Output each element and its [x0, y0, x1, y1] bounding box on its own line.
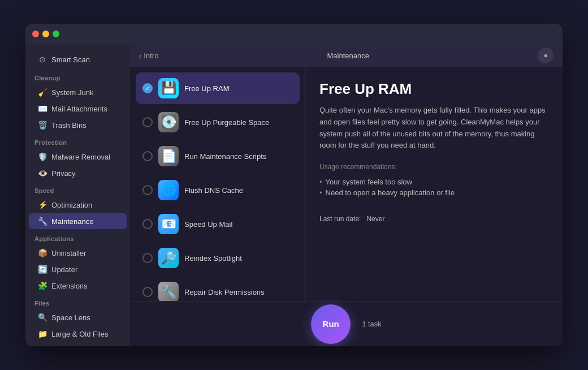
- last-run: Last run date: Never: [319, 215, 549, 223]
- usage-item-0: Your system feels too slow: [319, 177, 549, 187]
- task-icon-free-up-ram: 💾: [158, 78, 179, 98]
- usage-item-1: Need to open a heavy application or file: [319, 187, 549, 198]
- minimize-button[interactable]: [42, 31, 49, 37]
- shredder-icon: ✂️: [38, 346, 47, 346]
- sidebar-section-speed: Speed: [25, 182, 130, 196]
- back-chevron-icon: ‹: [139, 51, 141, 60]
- task-item-free-up-ram[interactable]: ✓💾Free Up RAM: [136, 72, 300, 104]
- sidebar-item-privacy[interactable]: 👁️Privacy: [29, 165, 127, 181]
- split-panel: ✓💾Free Up RAM💽Free Up Purgeable Space📄Ru…: [130, 67, 563, 301]
- privacy-label: Privacy: [51, 169, 76, 178]
- sidebar-section-cleanup: Cleanup: [25, 69, 130, 84]
- traffic-lights: [32, 31, 59, 37]
- task-icon-run-maintenance-scripts: 📄: [158, 146, 179, 166]
- task-checkbox-repair-disk-permissions[interactable]: [142, 287, 153, 297]
- task-label-flush-dns-cache: Flush DNS Cache: [184, 186, 243, 195]
- system-junk-icon: 🧹: [38, 88, 47, 97]
- mail-attachments-icon: ✉️: [38, 104, 47, 113]
- large-old-label: Large & Old Files: [51, 330, 108, 338]
- task-icon-repair-disk-permissions: 🔧: [158, 282, 179, 301]
- sidebar-item-space-lens[interactable]: 🔍Space Lens: [29, 309, 127, 325]
- sidebar-item-trash-bins[interactable]: 🗑️Trash Bins: [29, 117, 127, 133]
- extensions-icon: 🧩: [38, 281, 47, 290]
- maximize-button[interactable]: [53, 31, 59, 37]
- sidebar-item-extensions[interactable]: 🧩Extensions: [29, 278, 127, 294]
- task-label-free-up-purgeable: Free Up Purgeable Space: [184, 118, 269, 127]
- maintenance-label: Maintenance: [51, 217, 93, 226]
- main-layout: ⊙ Smart Scan Cleanup🧹System Junk✉️Mail A…: [25, 44, 563, 346]
- titlebar: [25, 24, 563, 44]
- task-label-run-maintenance-scripts: Run Maintenance Scripts: [184, 152, 266, 161]
- task-item-reindex-spotlight[interactable]: 🔎Reindex Spotlight: [136, 242, 300, 274]
- shredder-label: Shredder: [51, 346, 81, 347]
- task-item-repair-disk-permissions[interactable]: 🔧Repair Disk Permissions: [136, 276, 300, 301]
- sidebar-item-optimization[interactable]: ⚡Optimization: [29, 197, 127, 213]
- task-icon-reindex-spotlight: 🔎: [158, 248, 179, 268]
- trash-bins-label: Trash Bins: [51, 121, 87, 130]
- task-checkbox-run-maintenance-scripts[interactable]: [142, 151, 153, 161]
- task-item-free-up-purgeable[interactable]: 💽Free Up Purgeable Space: [136, 106, 300, 138]
- sidebar: ⊙ Smart Scan Cleanup🧹System Junk✉️Mail A…: [25, 44, 130, 346]
- sidebar-item-updater[interactable]: 🔄Updater: [29, 261, 127, 277]
- sidebar-item-uninstaller[interactable]: 📦Uninstaller: [29, 245, 127, 261]
- smart-scan-icon: ⊙: [38, 55, 47, 64]
- sidebar-item-system-junk[interactable]: 🧹System Junk: [29, 84, 127, 100]
- updater-label: Updater: [51, 265, 77, 274]
- malware-removal-icon: 🛡️: [38, 152, 47, 161]
- last-run-value: Never: [366, 215, 384, 223]
- task-item-speed-up-mail[interactable]: 📧Speed Up Mail: [136, 208, 300, 240]
- task-checkbox-reindex-spotlight[interactable]: [142, 253, 153, 263]
- usage-label: Usage recommendations:: [319, 163, 549, 171]
- last-run-label: Last run date:: [319, 215, 361, 223]
- smart-scan-label: Smart Scan: [51, 55, 90, 64]
- nav-back-button[interactable]: ‹ Intro: [139, 51, 158, 60]
- malware-removal-label: Malware Removal: [51, 153, 110, 161]
- bottom-bar: Run 1 task: [130, 301, 563, 346]
- detail-title: Free Up RAM: [319, 80, 549, 98]
- sidebar-section-files: Files: [25, 294, 130, 309]
- uninstaller-icon: 📦: [38, 248, 47, 257]
- mail-attachments-label: Mail Attachments: [51, 105, 107, 113]
- task-icon-flush-dns-cache: 🌐: [158, 180, 179, 200]
- sidebar-section-protection: Protection: [25, 134, 130, 148]
- nav-title: Maintenance: [167, 51, 529, 60]
- sidebar-item-malware-removal[interactable]: 🛡️Malware Removal: [29, 149, 127, 165]
- space-lens-label: Space Lens: [51, 313, 90, 322]
- task-checkbox-free-up-ram[interactable]: ✓: [142, 83, 153, 93]
- nav-back-label: Intro: [144, 51, 158, 60]
- space-lens-icon: 🔍: [38, 313, 47, 322]
- task-count: 1 task: [362, 320, 382, 328]
- task-checkbox-free-up-purgeable[interactable]: [142, 117, 153, 127]
- task-item-flush-dns-cache[interactable]: 🌐Flush DNS Cache: [136, 174, 300, 206]
- task-item-run-maintenance-scripts[interactable]: 📄Run Maintenance Scripts: [136, 140, 300, 172]
- usage-list: Your system feels too slowNeed to open a…: [319, 177, 549, 198]
- privacy-icon: 👁️: [38, 169, 47, 178]
- sidebar-section-applications: Applications: [25, 230, 130, 244]
- task-label-free-up-ram: Free Up RAM: [184, 84, 229, 93]
- uninstaller-label: Uninstaller: [51, 249, 86, 257]
- sidebar-item-maintenance[interactable]: 🔧Maintenance: [29, 213, 127, 229]
- nav-options-button[interactable]: ●: [538, 48, 554, 63]
- trash-bins-icon: 🗑️: [38, 121, 47, 130]
- maintenance-icon: 🔧: [38, 217, 47, 226]
- task-list: ✓💾Free Up RAM💽Free Up Purgeable Space📄Ru…: [130, 67, 305, 301]
- sidebar-item-shredder[interactable]: ✂️Shredder: [29, 342, 127, 346]
- sidebar-item-large-old[interactable]: 📁Large & Old Files: [29, 326, 127, 342]
- run-button[interactable]: Run: [311, 304, 351, 344]
- task-checkbox-flush-dns-cache[interactable]: [142, 185, 153, 195]
- options-icon: ●: [543, 51, 547, 59]
- extensions-label: Extensions: [51, 282, 88, 290]
- task-label-speed-up-mail: Speed Up Mail: [184, 220, 232, 229]
- detail-panel: Free Up RAM Quite often your Mac's memor…: [305, 67, 563, 301]
- detail-description: Quite often your Mac's memory gets fully…: [319, 105, 549, 152]
- close-button[interactable]: [32, 31, 39, 37]
- task-label-reindex-spotlight: Reindex Spotlight: [184, 254, 242, 263]
- content-area: ‹ Intro Maintenance ● ✓💾Free Up RAM💽Free…: [130, 44, 563, 346]
- task-icon-speed-up-mail: 📧: [158, 214, 179, 234]
- optimization-icon: ⚡: [38, 200, 47, 209]
- nav-bar: ‹ Intro Maintenance ●: [130, 44, 563, 67]
- task-checkbox-speed-up-mail[interactable]: [142, 219, 153, 229]
- updater-icon: 🔄: [38, 265, 47, 274]
- sidebar-item-smart-scan[interactable]: ⊙ Smart Scan: [29, 50, 127, 68]
- sidebar-item-mail-attachments[interactable]: ✉️Mail Attachments: [29, 101, 127, 117]
